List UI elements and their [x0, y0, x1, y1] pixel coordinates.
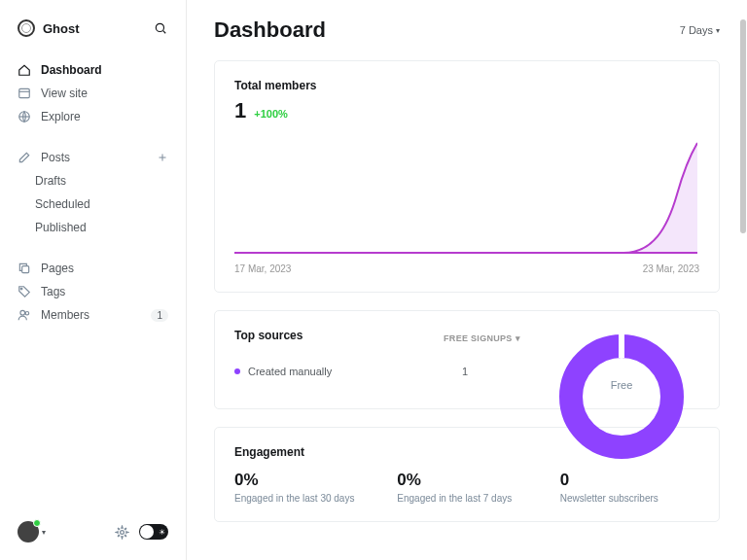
page-title: Dashboard — [214, 18, 326, 43]
source-value: 1 — [462, 366, 520, 377]
svg-rect-8 — [22, 266, 29, 273]
nav-group-main: Dashboard View site Explore — [12, 58, 174, 128]
engagement-value: 0% — [234, 471, 374, 490]
sources-list: Top sources FREE SIGNUPS ▾ Created manua… — [234, 329, 520, 391]
brand[interactable]: Ghost — [18, 19, 80, 37]
svg-point-0 — [156, 23, 163, 31]
sidebar-item-scheduled[interactable]: Scheduled — [12, 192, 174, 216]
sidebar-item-pages[interactable]: Pages — [12, 257, 174, 280]
svg-rect-15 — [619, 334, 624, 358]
main: Dashboard 7 Days ▾ Total members 1 +100%… — [187, 0, 747, 560]
members-value: 1 — [234, 98, 246, 123]
sidebar-item-viewsite[interactable]: View site — [12, 82, 174, 105]
engagement-value: 0 — [560, 471, 699, 490]
users-icon — [18, 308, 31, 322]
window-icon — [18, 87, 31, 100]
sidebar-item-label: Scheduled — [35, 197, 90, 211]
members-chart — [234, 141, 699, 258]
gear-icon — [115, 525, 129, 540]
avatar — [18, 521, 39, 542]
plus-icon — [157, 152, 168, 163]
sidebar-item-posts[interactable]: Posts — [12, 146, 174, 169]
sources-header: Top sources FREE SIGNUPS ▾ — [234, 329, 520, 348]
chart-date-start: 17 Mar, 2023 — [234, 263, 291, 274]
sidebar-item-label: Pages — [41, 262, 74, 275]
donut-label: Free — [611, 379, 633, 391]
sidebar-item-published[interactable]: Published — [12, 216, 174, 239]
members-delta: +100% — [254, 108, 288, 120]
toggle-knob — [140, 525, 154, 539]
engagement-30d: 0% Engaged in the last 30 days — [234, 471, 374, 504]
new-post-button[interactable] — [157, 152, 168, 163]
sidebar-item-label: Drafts — [35, 174, 66, 188]
sidebar-item-label: Posts — [41, 151, 70, 164]
engagement-7d: 0% Engaged in the last 7 days — [397, 471, 536, 504]
globe-icon — [18, 110, 31, 123]
brand-logo-icon — [18, 19, 35, 37]
sidebar-header: Ghost — [12, 19, 174, 37]
engagement-sub: Engaged in the last 30 days — [234, 493, 374, 504]
source-row: Created manually 1 — [234, 366, 520, 377]
members-count-badge: 1 — [151, 309, 168, 322]
engagement-value: 0% — [397, 471, 536, 490]
edit-icon — [18, 151, 31, 164]
theme-toggle[interactable]: ☀ — [139, 524, 168, 540]
date-range-label: 7 Days — [680, 24, 713, 36]
source-label: Created manually — [248, 366, 332, 377]
svg-point-10 — [20, 310, 25, 315]
area-chart-svg — [234, 141, 697, 258]
nav-group-content: Pages Tags Members 1 — [12, 257, 174, 327]
sources-filter[interactable]: FREE SIGNUPS ▾ — [444, 333, 520, 343]
metric-row: 1 +100% — [234, 98, 699, 123]
chevron-down-icon: ▾ — [716, 26, 720, 35]
svg-point-12 — [121, 530, 124, 534]
card-title: Top sources — [234, 329, 302, 342]
sun-icon: ☀ — [159, 528, 165, 537]
sidebar-footer: ▾ ☀ — [12, 515, 174, 548]
scrollbar[interactable] — [740, 19, 746, 233]
nav-group-posts: Posts Drafts Scheduled Published — [12, 146, 174, 239]
sidebar-item-explore[interactable]: Explore — [12, 105, 174, 128]
svg-point-11 — [25, 312, 29, 316]
chart-dates: 17 Mar, 2023 23 Mar, 2023 — [234, 263, 699, 274]
sidebar-item-members[interactable]: Members 1 — [12, 303, 174, 327]
filter-text: FREE SIGNUPS — [444, 333, 513, 343]
sidebar-item-dashboard[interactable]: Dashboard — [12, 58, 174, 82]
main-header: Dashboard 7 Days ▾ — [214, 18, 720, 43]
svg-point-14 — [571, 346, 672, 447]
newsletter-subscribers: 0 Newsletter subscribers — [560, 471, 699, 504]
sources-donut: Free — [544, 329, 699, 391]
brand-name: Ghost — [43, 21, 80, 36]
chevron-down-icon: ▾ — [516, 333, 520, 343]
card-title: Total members — [234, 79, 699, 92]
chevron-down-icon: ▾ — [42, 528, 46, 537]
sidebar-item-label: Tags — [41, 285, 65, 298]
engagement-grid: 0% Engaged in the last 30 days 0% Engage… — [234, 471, 699, 504]
total-members-card: Total members 1 +100% 17 Mar, 2023 23 Ma… — [214, 60, 720, 293]
search-icon — [154, 21, 167, 35]
copy-icon — [18, 262, 31, 275]
svg-line-1 — [163, 31, 166, 34]
search-button[interactable] — [153, 20, 168, 36]
sidebar-item-label: Published — [35, 221, 87, 234]
home-icon — [18, 63, 31, 77]
top-sources-card: Top sources FREE SIGNUPS ▾ Created manua… — [214, 310, 720, 409]
sidebar-item-label: Explore — [41, 110, 81, 123]
svg-rect-2 — [19, 88, 30, 97]
date-range-selector[interactable]: 7 Days ▾ — [680, 24, 720, 36]
engagement-sub: Newsletter subscribers — [560, 493, 699, 504]
sidebar-item-drafts[interactable]: Drafts — [12, 169, 174, 192]
user-menu[interactable]: ▾ — [18, 521, 46, 542]
sidebar-item-label: Dashboard — [41, 63, 102, 77]
sidebar-item-tags[interactable]: Tags — [12, 280, 174, 303]
donut-chart-svg — [553, 329, 690, 465]
settings-button[interactable] — [115, 525, 129, 540]
tag-icon — [18, 285, 31, 298]
sidebar-item-label: View site — [41, 87, 88, 100]
source-dot-icon — [234, 368, 240, 374]
chart-date-end: 23 Mar, 2023 — [643, 263, 699, 274]
sidebar: Ghost Dashboard View site Explore Posts … — [0, 0, 187, 560]
svg-point-9 — [20, 288, 22, 290]
footer-actions: ☀ — [115, 524, 168, 540]
sidebar-item-label: Members — [41, 308, 89, 322]
